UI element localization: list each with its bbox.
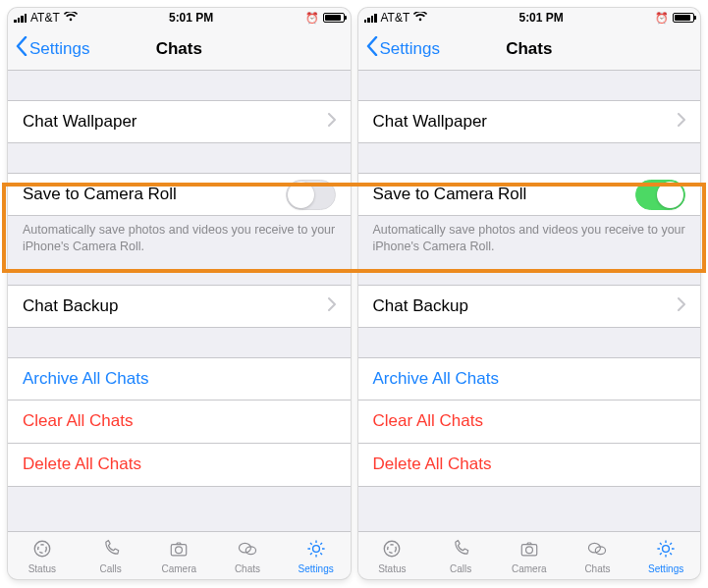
chat-backup-row[interactable]: Chat Backup — [8, 285, 351, 328]
nav-bar: Settings Chats — [358, 27, 701, 71]
tab-label: Chats — [584, 563, 610, 574]
cell-label: Clear All Chats — [373, 411, 686, 431]
status-icon — [29, 537, 55, 562]
tab-label: Calls — [99, 563, 121, 574]
status-bar: AT&T 5:01 PM ⏰ — [8, 8, 351, 27]
cell-label: Clear All Chats — [23, 411, 336, 431]
svg-point-10 — [525, 547, 532, 554]
settings-list: Chat Wallpaper Save to Camera Roll Autom… — [358, 71, 701, 531]
svg-point-11 — [589, 543, 601, 552]
chevron-left-icon — [366, 36, 378, 61]
tab-chats[interactable]: Chats — [564, 532, 632, 579]
chevron-right-icon — [328, 112, 336, 132]
chat-wallpaper-row[interactable]: Chat Wallpaper — [358, 100, 701, 143]
phone-left: AT&T 5:01 PM ⏰ Settings Chats — [8, 8, 351, 579]
side-by-side-screenshots: AT&T 5:01 PM ⏰ Settings Chats — [0, 0, 708, 587]
cell-label: Save to Camera Roll — [373, 185, 636, 204]
save-camera-roll-footer: Automatically save photos and videos you… — [358, 216, 701, 255]
status-bar-left: AT&T — [14, 11, 78, 25]
tab-status[interactable]: Status — [8, 532, 77, 579]
phone-icon — [98, 537, 124, 562]
chat-wallpaper-row[interactable]: Chat Wallpaper — [8, 100, 351, 143]
tab-settings[interactable]: Settings — [631, 532, 700, 579]
chevron-right-icon — [678, 296, 685, 316]
cell-label: Delete All Chats — [23, 454, 336, 474]
tab-label: Status — [28, 563, 56, 574]
tab-label: Camera — [161, 563, 196, 574]
svg-point-3 — [176, 547, 183, 554]
cell-signal-icon — [14, 13, 27, 23]
back-label: Settings — [29, 39, 89, 59]
svg-point-7 — [385, 541, 400, 556]
status-bar-right: ⏰ — [655, 12, 694, 25]
page-title: Chats — [156, 39, 202, 59]
carrier-label: AT&T — [30, 11, 60, 25]
nav-bar: Settings Chats — [8, 27, 351, 71]
tab-bar: Status Calls Camera Chats Settings — [8, 531, 351, 579]
chat-backup-row[interactable]: Chat Backup — [358, 285, 701, 328]
chats-icon — [584, 537, 610, 562]
cell-label: Save to Camera Roll — [23, 185, 286, 204]
tab-label: Settings — [648, 563, 683, 574]
battery-icon — [673, 13, 694, 23]
tab-bar: Status Calls Camera Chats Settings — [358, 531, 701, 579]
back-button[interactable]: Settings — [366, 36, 440, 61]
delete-all-chats-button[interactable]: Delete All Chats — [8, 444, 351, 487]
archive-all-chats-button[interactable]: Archive All Chats — [358, 357, 701, 401]
svg-point-13 — [663, 546, 670, 553]
back-button[interactable]: Settings — [16, 36, 89, 61]
tab-settings[interactable]: Settings — [282, 532, 351, 579]
camera-icon — [517, 537, 542, 562]
svg-point-8 — [388, 545, 397, 554]
tab-label: Chats — [235, 563, 260, 574]
wifi-icon — [413, 11, 427, 25]
svg-point-1 — [38, 545, 47, 554]
status-icon — [379, 537, 405, 562]
tab-calls[interactable]: Calls — [426, 532, 495, 579]
phone-icon — [448, 537, 473, 562]
battery-icon — [323, 13, 345, 23]
clock-label: 5:01 PM — [427, 11, 655, 25]
svg-point-4 — [239, 543, 250, 552]
page-title: Chats — [506, 39, 552, 59]
tab-camera[interactable]: Camera — [495, 532, 564, 579]
tab-calls[interactable]: Calls — [77, 532, 145, 579]
clear-all-chats-button[interactable]: Clear All Chats — [8, 401, 351, 444]
tab-camera[interactable]: Camera — [144, 532, 213, 579]
chevron-right-icon — [328, 296, 336, 316]
cell-label: Delete All Chats — [373, 454, 686, 474]
status-bar: AT&T 5:01 PM ⏰ — [358, 8, 701, 27]
save-camera-roll-footer: Automatically save photos and videos you… — [8, 216, 351, 255]
save-camera-roll-toggle[interactable] — [635, 180, 685, 210]
alarm-icon: ⏰ — [655, 12, 669, 25]
chats-icon — [235, 537, 260, 562]
clock-label: 5:01 PM — [78, 11, 305, 25]
tab-label: Calls — [450, 563, 471, 574]
cell-label: Chat Wallpaper — [23, 112, 328, 132]
wifi-icon — [64, 11, 78, 25]
delete-all-chats-button[interactable]: Delete All Chats — [358, 444, 701, 487]
chevron-left-icon — [16, 36, 27, 61]
svg-point-6 — [312, 546, 319, 553]
archive-all-chats-button[interactable]: Archive All Chats — [8, 357, 351, 401]
save-camera-roll-row: Save to Camera Roll — [8, 173, 351, 216]
save-camera-roll-row: Save to Camera Roll — [358, 173, 701, 216]
gear-icon — [303, 537, 329, 562]
cell-label: Chat Wallpaper — [373, 112, 679, 132]
settings-list: Chat Wallpaper Save to Camera Roll Autom… — [8, 71, 351, 531]
tab-status[interactable]: Status — [358, 532, 427, 579]
tab-chats[interactable]: Chats — [213, 532, 282, 579]
clear-all-chats-button[interactable]: Clear All Chats — [358, 401, 701, 444]
cell-label: Archive All Chats — [23, 369, 336, 389]
carrier-label: AT&T — [381, 11, 410, 25]
chevron-right-icon — [678, 112, 685, 132]
status-bar-right: ⏰ — [305, 12, 345, 25]
tab-label: Status — [378, 563, 406, 574]
cell-signal-icon — [364, 13, 377, 23]
tab-label: Settings — [299, 563, 334, 574]
cell-label: Chat Backup — [373, 296, 679, 316]
save-camera-roll-toggle[interactable] — [286, 180, 336, 210]
phone-right: AT&T 5:01 PM ⏰ Settings Chats — [358, 8, 701, 579]
gear-icon — [653, 537, 679, 562]
alarm-icon: ⏰ — [305, 12, 319, 25]
